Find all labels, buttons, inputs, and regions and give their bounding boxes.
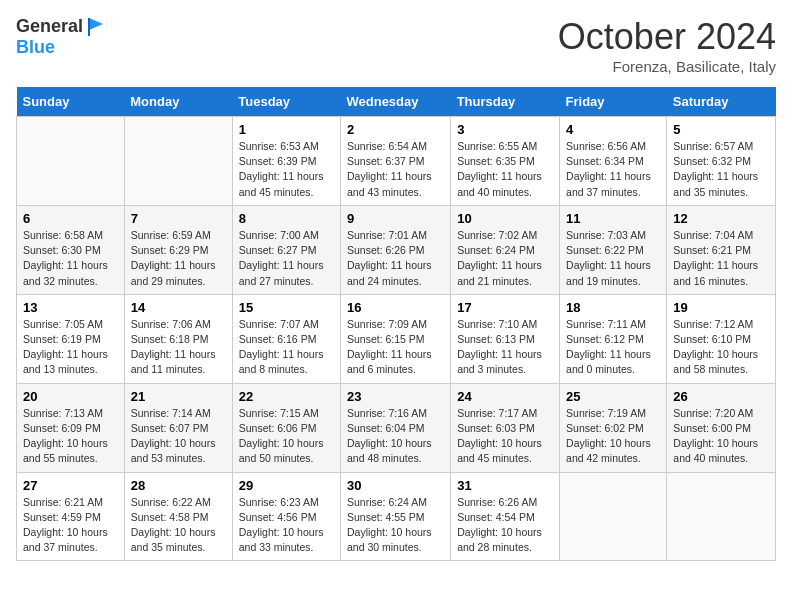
day-info: Sunrise: 7:09 AM Sunset: 6:15 PM Dayligh… <box>347 317 444 378</box>
calendar-cell: 24Sunrise: 7:17 AM Sunset: 6:03 PM Dayli… <box>451 383 560 472</box>
day-number: 3 <box>457 122 553 137</box>
calendar-cell: 25Sunrise: 7:19 AM Sunset: 6:02 PM Dayli… <box>560 383 667 472</box>
day-number: 10 <box>457 211 553 226</box>
weekday-thursday: Thursday <box>451 87 560 117</box>
weekday-header-row: SundayMondayTuesdayWednesdayThursdayFrid… <box>17 87 776 117</box>
day-info: Sunrise: 7:15 AM Sunset: 6:06 PM Dayligh… <box>239 406 334 467</box>
calendar-cell: 5Sunrise: 6:57 AM Sunset: 6:32 PM Daylig… <box>667 117 776 206</box>
day-info: Sunrise: 6:53 AM Sunset: 6:39 PM Dayligh… <box>239 139 334 200</box>
day-info: Sunrise: 7:01 AM Sunset: 6:26 PM Dayligh… <box>347 228 444 289</box>
day-info: Sunrise: 6:56 AM Sunset: 6:34 PM Dayligh… <box>566 139 660 200</box>
logo-flag-icon <box>85 16 107 38</box>
week-row-3: 13Sunrise: 7:05 AM Sunset: 6:19 PM Dayli… <box>17 294 776 383</box>
day-info: Sunrise: 6:55 AM Sunset: 6:35 PM Dayligh… <box>457 139 553 200</box>
calendar-cell: 7Sunrise: 6:59 AM Sunset: 6:29 PM Daylig… <box>124 205 232 294</box>
calendar-cell <box>560 472 667 561</box>
calendar-cell: 17Sunrise: 7:10 AM Sunset: 6:13 PM Dayli… <box>451 294 560 383</box>
day-info: Sunrise: 6:26 AM Sunset: 4:54 PM Dayligh… <box>457 495 553 556</box>
title-block: October 2024 Forenza, Basilicate, Italy <box>558 16 776 75</box>
day-info: Sunrise: 6:23 AM Sunset: 4:56 PM Dayligh… <box>239 495 334 556</box>
logo-blue-text: Blue <box>16 37 55 57</box>
calendar-cell: 12Sunrise: 7:04 AM Sunset: 6:21 PM Dayli… <box>667 205 776 294</box>
week-row-5: 27Sunrise: 6:21 AM Sunset: 4:59 PM Dayli… <box>17 472 776 561</box>
calendar-cell: 30Sunrise: 6:24 AM Sunset: 4:55 PM Dayli… <box>340 472 450 561</box>
week-row-4: 20Sunrise: 7:13 AM Sunset: 6:09 PM Dayli… <box>17 383 776 472</box>
weekday-wednesday: Wednesday <box>340 87 450 117</box>
calendar-cell: 3Sunrise: 6:55 AM Sunset: 6:35 PM Daylig… <box>451 117 560 206</box>
day-number: 30 <box>347 478 444 493</box>
day-number: 18 <box>566 300 660 315</box>
month-title: October 2024 <box>558 16 776 58</box>
location-text: Forenza, Basilicate, Italy <box>558 58 776 75</box>
day-number: 11 <box>566 211 660 226</box>
day-number: 27 <box>23 478 118 493</box>
day-number: 25 <box>566 389 660 404</box>
calendar-cell: 10Sunrise: 7:02 AM Sunset: 6:24 PM Dayli… <box>451 205 560 294</box>
day-info: Sunrise: 7:12 AM Sunset: 6:10 PM Dayligh… <box>673 317 769 378</box>
day-info: Sunrise: 7:17 AM Sunset: 6:03 PM Dayligh… <box>457 406 553 467</box>
weekday-sunday: Sunday <box>17 87 125 117</box>
calendar-cell: 14Sunrise: 7:06 AM Sunset: 6:18 PM Dayli… <box>124 294 232 383</box>
day-info: Sunrise: 6:24 AM Sunset: 4:55 PM Dayligh… <box>347 495 444 556</box>
day-number: 20 <box>23 389 118 404</box>
calendar-cell: 11Sunrise: 7:03 AM Sunset: 6:22 PM Dayli… <box>560 205 667 294</box>
calendar-body: 1Sunrise: 6:53 AM Sunset: 6:39 PM Daylig… <box>17 117 776 561</box>
day-number: 26 <box>673 389 769 404</box>
calendar-cell: 23Sunrise: 7:16 AM Sunset: 6:04 PM Dayli… <box>340 383 450 472</box>
calendar-cell: 21Sunrise: 7:14 AM Sunset: 6:07 PM Dayli… <box>124 383 232 472</box>
day-number: 21 <box>131 389 226 404</box>
day-info: Sunrise: 6:59 AM Sunset: 6:29 PM Dayligh… <box>131 228 226 289</box>
day-number: 16 <box>347 300 444 315</box>
day-info: Sunrise: 7:11 AM Sunset: 6:12 PM Dayligh… <box>566 317 660 378</box>
calendar-cell <box>124 117 232 206</box>
day-info: Sunrise: 7:10 AM Sunset: 6:13 PM Dayligh… <box>457 317 553 378</box>
day-number: 6 <box>23 211 118 226</box>
calendar-cell <box>667 472 776 561</box>
calendar-cell: 16Sunrise: 7:09 AM Sunset: 6:15 PM Dayli… <box>340 294 450 383</box>
day-number: 23 <box>347 389 444 404</box>
day-info: Sunrise: 7:03 AM Sunset: 6:22 PM Dayligh… <box>566 228 660 289</box>
day-info: Sunrise: 6:54 AM Sunset: 6:37 PM Dayligh… <box>347 139 444 200</box>
calendar-cell: 6Sunrise: 6:58 AM Sunset: 6:30 PM Daylig… <box>17 205 125 294</box>
day-number: 1 <box>239 122 334 137</box>
day-number: 29 <box>239 478 334 493</box>
calendar-cell: 26Sunrise: 7:20 AM Sunset: 6:00 PM Dayli… <box>667 383 776 472</box>
day-info: Sunrise: 6:57 AM Sunset: 6:32 PM Dayligh… <box>673 139 769 200</box>
day-number: 14 <box>131 300 226 315</box>
weekday-monday: Monday <box>124 87 232 117</box>
week-row-2: 6Sunrise: 6:58 AM Sunset: 6:30 PM Daylig… <box>17 205 776 294</box>
day-number: 24 <box>457 389 553 404</box>
day-number: 22 <box>239 389 334 404</box>
day-info: Sunrise: 6:22 AM Sunset: 4:58 PM Dayligh… <box>131 495 226 556</box>
day-number: 15 <box>239 300 334 315</box>
weekday-saturday: Saturday <box>667 87 776 117</box>
day-number: 12 <box>673 211 769 226</box>
day-info: Sunrise: 6:21 AM Sunset: 4:59 PM Dayligh… <box>23 495 118 556</box>
day-number: 2 <box>347 122 444 137</box>
day-number: 13 <box>23 300 118 315</box>
calendar-cell: 8Sunrise: 7:00 AM Sunset: 6:27 PM Daylig… <box>232 205 340 294</box>
calendar-cell: 27Sunrise: 6:21 AM Sunset: 4:59 PM Dayli… <box>17 472 125 561</box>
day-number: 31 <box>457 478 553 493</box>
calendar-cell: 13Sunrise: 7:05 AM Sunset: 6:19 PM Dayli… <box>17 294 125 383</box>
day-info: Sunrise: 6:58 AM Sunset: 6:30 PM Dayligh… <box>23 228 118 289</box>
calendar-cell: 9Sunrise: 7:01 AM Sunset: 6:26 PM Daylig… <box>340 205 450 294</box>
day-number: 28 <box>131 478 226 493</box>
weekday-friday: Friday <box>560 87 667 117</box>
calendar-cell: 19Sunrise: 7:12 AM Sunset: 6:10 PM Dayli… <box>667 294 776 383</box>
calendar-cell: 22Sunrise: 7:15 AM Sunset: 6:06 PM Dayli… <box>232 383 340 472</box>
day-number: 4 <box>566 122 660 137</box>
calendar-cell <box>17 117 125 206</box>
calendar-cell: 2Sunrise: 6:54 AM Sunset: 6:37 PM Daylig… <box>340 117 450 206</box>
day-info: Sunrise: 7:07 AM Sunset: 6:16 PM Dayligh… <box>239 317 334 378</box>
calendar-cell: 4Sunrise: 6:56 AM Sunset: 6:34 PM Daylig… <box>560 117 667 206</box>
day-number: 8 <box>239 211 334 226</box>
day-number: 9 <box>347 211 444 226</box>
weekday-tuesday: Tuesday <box>232 87 340 117</box>
day-info: Sunrise: 7:13 AM Sunset: 6:09 PM Dayligh… <box>23 406 118 467</box>
day-number: 5 <box>673 122 769 137</box>
logo: General Blue <box>16 16 107 58</box>
day-info: Sunrise: 7:05 AM Sunset: 6:19 PM Dayligh… <box>23 317 118 378</box>
calendar-cell: 29Sunrise: 6:23 AM Sunset: 4:56 PM Dayli… <box>232 472 340 561</box>
day-info: Sunrise: 7:14 AM Sunset: 6:07 PM Dayligh… <box>131 406 226 467</box>
